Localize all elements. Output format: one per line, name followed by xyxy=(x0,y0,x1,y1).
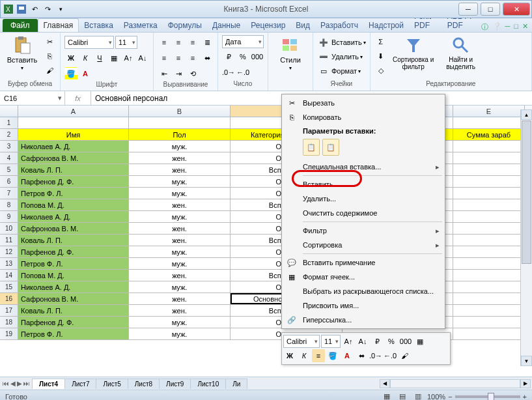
cell[interactable] xyxy=(453,328,525,339)
row-header[interactable]: 15 xyxy=(0,281,18,293)
cell[interactable] xyxy=(453,293,525,304)
mt-merge-icon[interactable]: ⬌ xyxy=(355,349,368,362)
row-header[interactable]: 10 xyxy=(0,223,18,234)
cell[interactable]: Парфенов Д. Ф. xyxy=(18,176,129,187)
cm-comment[interactable]: 💬Вставить примечание xyxy=(283,255,443,270)
cell[interactable] xyxy=(18,117,129,128)
cell[interactable]: муж. xyxy=(129,317,231,328)
mt-font[interactable]: Calibri xyxy=(283,335,320,348)
cell[interactable]: муж. xyxy=(129,258,231,269)
tab-formulas[interactable]: Формулы xyxy=(163,19,207,32)
sheet-tab[interactable]: Лист10 xyxy=(190,379,226,389)
indent-dec-icon[interactable]: ⇤ xyxy=(158,67,171,80)
cm-define-name[interactable]: Присвоить имя... xyxy=(283,298,443,313)
cell[interactable] xyxy=(453,281,525,293)
cm-format-cells[interactable]: ▦Формат ячеек... xyxy=(283,270,443,284)
shrink-font-icon[interactable]: A↓ xyxy=(136,51,149,64)
sheet-nav-last-icon[interactable]: ⏭ xyxy=(23,380,30,387)
paste-option-2[interactable]: 📋 xyxy=(322,139,339,156)
inc-decimal-icon[interactable]: .0→ xyxy=(222,66,235,79)
ribbon-minimize-icon[interactable]: ⓘ xyxy=(481,22,488,32)
redo-icon[interactable]: ↷ xyxy=(42,4,53,14)
row-header[interactable]: 19 xyxy=(0,328,18,339)
cell[interactable]: муж. xyxy=(129,246,231,257)
fill-icon[interactable]: ⬇ xyxy=(374,50,387,63)
sheet-tab[interactable]: Лист8 xyxy=(128,379,160,389)
col-header-E[interactable]: E xyxy=(453,106,525,117)
cm-hyperlink[interactable]: 🔗Гиперссылка... xyxy=(283,313,443,327)
mt-align-center-icon[interactable]: ≡ xyxy=(312,349,325,362)
styles-button[interactable]: Стили▾ xyxy=(272,35,309,72)
clear-icon[interactable]: ◇ xyxy=(374,64,387,77)
mt-size[interactable]: 11 xyxy=(321,335,341,348)
cell[interactable]: муж. xyxy=(129,176,231,187)
sheet-nav-next-icon[interactable]: ▶ xyxy=(17,380,22,387)
view-normal-icon[interactable]: ▦ xyxy=(380,390,393,401)
mt-currency-icon[interactable]: ₽ xyxy=(371,335,384,348)
font-name-combo[interactable]: Calibri xyxy=(64,36,114,49)
hscroll-right-icon[interactable]: ▶ xyxy=(520,379,531,388)
cell[interactable]: Парфенов Д. Ф. xyxy=(18,246,129,257)
indent-inc-icon[interactable]: ⇥ xyxy=(172,67,185,80)
align-center-icon[interactable]: ≡ xyxy=(172,51,185,64)
tab-insert[interactable]: Вставка xyxy=(79,19,119,32)
tab-review[interactable]: Рецензир xyxy=(245,19,290,32)
undo-icon[interactable]: ↶ xyxy=(29,4,40,14)
mt-grow-icon[interactable]: A↑ xyxy=(342,335,355,348)
vertical-scrollbar[interactable]: ▲ ▼ xyxy=(520,109,532,366)
scroll-down-icon[interactable]: ▼ xyxy=(521,356,532,366)
mt-bold[interactable]: Ж xyxy=(283,349,296,362)
cell[interactable] xyxy=(453,246,525,257)
align-top-icon[interactable]: ≡ xyxy=(158,36,171,49)
orientation-icon[interactable]: ⟲ xyxy=(186,67,199,80)
cm-delete[interactable]: Удалить... xyxy=(283,192,443,206)
row-header[interactable]: 16 xyxy=(0,293,18,304)
tab-developer[interactable]: Разработч xyxy=(315,19,363,32)
tab-layout[interactable]: Разметка xyxy=(119,19,163,32)
cell[interactable]: жен. xyxy=(129,199,231,210)
cell[interactable]: Сафронова В. М. xyxy=(18,223,129,234)
cell[interactable] xyxy=(453,223,525,234)
row-header[interactable]: 11 xyxy=(0,235,18,246)
wrap-text-icon[interactable]: ≣ xyxy=(201,36,214,49)
sheet-tab[interactable]: Лист9 xyxy=(159,379,191,389)
border-button[interactable]: ▦ xyxy=(107,51,120,64)
cell[interactable]: муж. xyxy=(129,188,231,199)
row-header[interactable]: 3 xyxy=(0,141,18,152)
paste-button[interactable]: Вставить ▾ xyxy=(4,35,40,72)
mt-percent-icon[interactable]: % xyxy=(385,335,398,348)
cell[interactable] xyxy=(453,199,525,210)
row-header[interactable]: 7 xyxy=(0,188,18,199)
cm-sort[interactable]: Сортировка xyxy=(283,238,443,252)
align-middle-icon[interactable]: ≡ xyxy=(172,36,185,49)
zoom-out-icon[interactable]: − xyxy=(448,393,452,401)
row-header[interactable]: 1 xyxy=(0,117,18,128)
sheet-tab[interactable]: Лист4 xyxy=(32,379,65,389)
copy-icon[interactable]: ⎘ xyxy=(43,50,56,63)
cell[interactable] xyxy=(453,317,525,328)
tab-addins[interactable]: Надстрой xyxy=(363,19,409,32)
cell[interactable]: жен. xyxy=(129,305,231,316)
cell[interactable]: жен. xyxy=(129,293,231,304)
cell[interactable]: Петров Ф. Л. xyxy=(18,188,129,199)
autosum-icon[interactable]: Σ xyxy=(374,35,387,48)
zoom-in-icon[interactable]: + xyxy=(523,393,527,401)
tab-view[interactable]: Вид xyxy=(290,19,315,32)
name-box[interactable]: C16 xyxy=(0,91,65,105)
cell[interactable]: Сафронова В. М. xyxy=(18,152,129,164)
cell[interactable] xyxy=(453,117,525,128)
cell[interactable]: Попова М. Д. xyxy=(18,199,129,210)
doc-close-icon[interactable]: ✕ xyxy=(522,22,528,32)
font-color-button[interactable]: A xyxy=(79,67,92,80)
zoom-slider[interactable] xyxy=(455,395,520,398)
scroll-up-icon[interactable]: ▲ xyxy=(521,109,532,120)
row-header[interactable]: 5 xyxy=(0,164,18,175)
cell[interactable]: Сумма зараб xyxy=(453,129,525,140)
cell[interactable]: муж. xyxy=(129,141,231,152)
minimize-button[interactable]: ─ xyxy=(458,3,478,16)
help-icon[interactable]: ❔ xyxy=(492,22,501,32)
insert-cells-icon[interactable]: ➕ xyxy=(317,36,330,49)
percent-icon[interactable]: % xyxy=(236,50,249,63)
fx-icon[interactable]: fx xyxy=(75,94,81,102)
cm-clear[interactable]: Очистить содержимое xyxy=(283,206,443,220)
